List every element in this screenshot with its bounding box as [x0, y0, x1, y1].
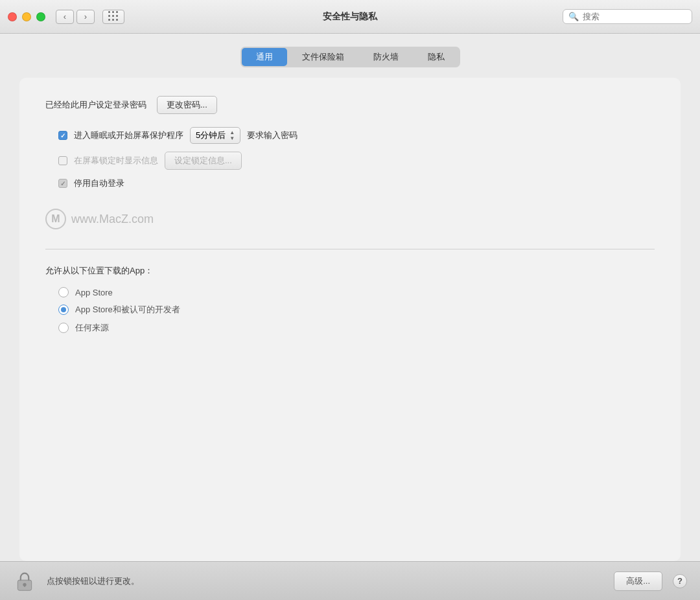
- radio-row-appstore: App Store: [58, 287, 655, 297]
- tab-general[interactable]: 通用: [242, 48, 287, 66]
- auto-login-checkbox[interactable]: [58, 179, 67, 188]
- radio-any-source-label: 任何来源: [75, 322, 109, 334]
- radio-any-source[interactable]: [58, 323, 69, 333]
- tab-firewall[interactable]: 防火墙: [359, 48, 413, 66]
- lock-info-checkbox[interactable]: [58, 156, 67, 165]
- lock-status-text: 点按锁按钮以进行更改。: [47, 575, 603, 587]
- advanced-button[interactable]: 高级...: [614, 571, 662, 591]
- minimize-button[interactable]: [22, 12, 31, 21]
- tabs-container: 通用 文件保险箱 防火墙 隐私: [19, 47, 681, 67]
- auto-login-label: 停用自动登录: [74, 178, 124, 189]
- tab-privacy[interactable]: 隐私: [414, 48, 459, 66]
- watermark: M www.MacZ.com: [45, 209, 655, 229]
- download-section-label: 允许从以下位置下载的App：: [45, 265, 655, 277]
- lock-svg-icon: [16, 571, 34, 592]
- tab-group: 通用 文件保险箱 防火墙 隐私: [240, 47, 460, 67]
- lock-icon[interactable]: [13, 570, 36, 593]
- search-icon: 🔍: [568, 12, 579, 21]
- app-grid-button[interactable]: [102, 10, 124, 24]
- main-content: 通用 文件保险箱 防火墙 隐私 已经给此用户设定登录密码 更改密码... 进入睡…: [0, 34, 700, 561]
- auto-login-row: 停用自动登录: [45, 178, 655, 189]
- radio-appstore-dev[interactable]: [58, 305, 69, 315]
- change-password-button[interactable]: 更改密码...: [157, 96, 217, 114]
- watermark-text: www.MacZ.com: [71, 213, 154, 226]
- radio-row-appstore-dev: App Store和被认可的开发者: [58, 304, 655, 316]
- section-divider: [45, 249, 655, 249]
- radio-appstore-dev-label: App Store和被认可的开发者: [75, 304, 180, 316]
- lock-info-label: 在屏幕锁定时显示信息: [74, 155, 158, 167]
- search-input[interactable]: [583, 12, 686, 21]
- traffic-lights: [8, 12, 45, 21]
- maximize-button[interactable]: [36, 12, 45, 21]
- nav-buttons: ‹ ›: [56, 10, 124, 24]
- password-label: 已经给此用户设定登录密码: [45, 99, 146, 111]
- dropdown-value: 5分钟后: [196, 130, 226, 141]
- set-lock-info-button: 设定锁定信息...: [165, 152, 242, 170]
- forward-button[interactable]: ›: [76, 10, 95, 24]
- back-button[interactable]: ‹: [56, 10, 74, 24]
- help-button[interactable]: ?: [673, 574, 687, 588]
- grid-icon: [108, 11, 119, 22]
- sleep-checkbox-row: 进入睡眠或开始屏幕保护程序 5分钟后 ▲ ▼ 要求输入密码: [45, 127, 655, 144]
- tab-filevault[interactable]: 文件保险箱: [288, 48, 358, 66]
- require-password-label: 要求输入密码: [247, 130, 298, 141]
- dropdown-arrows-icon: ▲ ▼: [229, 130, 235, 141]
- close-button[interactable]: [8, 12, 17, 21]
- window-title: 安全性与隐私: [323, 11, 377, 23]
- bottom-bar: 点按锁按钮以进行更改。 高级... ?: [0, 561, 700, 600]
- search-box[interactable]: 🔍: [563, 9, 692, 24]
- svg-rect-2: [24, 584, 25, 587]
- download-radio-group: App Store App Store和被认可的开发者 任何来源: [45, 287, 655, 334]
- radio-row-any: 任何来源: [58, 322, 655, 334]
- radio-appstore[interactable]: [58, 287, 69, 297]
- titlebar: ‹ › 安全性与隐私 🔍: [0, 0, 700, 34]
- sleep-checkbox[interactable]: [58, 131, 67, 140]
- settings-panel: 已经给此用户设定登录密码 更改密码... 进入睡眠或开始屏幕保护程序 5分钟后 …: [19, 78, 681, 561]
- watermark-logo: M: [45, 209, 66, 229]
- lock-info-row: 在屏幕锁定时显示信息 设定锁定信息...: [45, 152, 655, 170]
- password-row: 已经给此用户设定登录密码 更改密码...: [45, 96, 655, 114]
- sleep-label: 进入睡眠或开始屏幕保护程序: [74, 130, 183, 141]
- radio-appstore-label: App Store: [75, 288, 113, 297]
- time-dropdown[interactable]: 5分钟后 ▲ ▼: [190, 127, 240, 144]
